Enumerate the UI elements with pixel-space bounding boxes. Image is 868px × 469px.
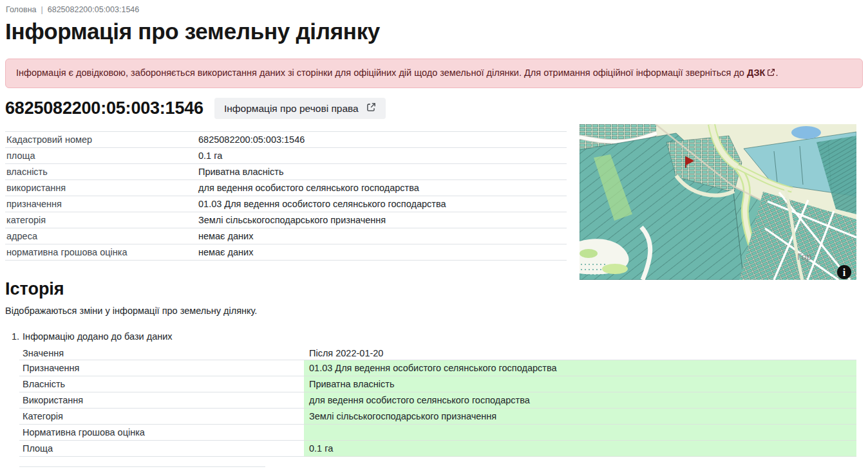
table-row: власністьПриватна власність: [5, 164, 567, 180]
row-value: 6825082200:05:003:1546: [198, 132, 567, 148]
alert-text-end: .: [775, 68, 778, 78]
history-description: Відображаються зміни у інформації про зе…: [5, 306, 868, 316]
row-value: 0.1 га: [304, 440, 856, 456]
row-value: немає даних: [198, 244, 567, 261]
row-value: 01.03 Для ведення особистого селянського…: [198, 196, 567, 212]
cadastral-map[interactable]: Гор i: [580, 124, 856, 280]
page-title: Інформація про земельну ділянку: [5, 20, 868, 44]
info-alert: Інформація є довідковою, забороняється в…: [5, 59, 863, 89]
map-info-button[interactable]: i: [837, 265, 851, 279]
history-table: Значення Після 2022-01-20 Призначення01.…: [19, 346, 856, 457]
row-value: 0.1 га: [198, 148, 567, 164]
section-divider: [19, 466, 265, 467]
row-value: [304, 424, 856, 440]
table-row: площа0.1 га: [5, 148, 567, 164]
history-header-label: Значення: [19, 346, 304, 360]
table-row: нормативна грошова оцінканемає даних: [5, 244, 567, 261]
row-label: використання: [5, 180, 198, 196]
table-row: категоріяЗемлі сільськогосподарського пр…: [5, 212, 567, 228]
row-label: категорія: [5, 212, 198, 228]
external-link-icon: [767, 68, 775, 80]
table-row: ВласністьПриватна власність: [19, 376, 856, 392]
property-rights-button-label: Інформація про речові права: [224, 103, 359, 115]
map-canvas: Гор i: [580, 124, 856, 280]
map-water: [791, 126, 821, 139]
row-label: Призначення: [19, 360, 304, 376]
cadastral-number-heading: 6825082200:05:003:1546: [5, 98, 203, 118]
table-row: Нормативна грошова оцінка: [19, 424, 856, 440]
row-label: Площа: [19, 440, 304, 456]
table-row: адресанемає даних: [5, 228, 567, 244]
history-entry-index: 1.: [12, 331, 19, 342]
table-row: призначення01.03 Для ведення особистого …: [5, 196, 567, 212]
breadcrumb-separator: |: [41, 5, 43, 14]
row-label: площа: [5, 148, 198, 164]
land-parcel-page: Головна | 6825082200:05:003:1546 Інформа…: [0, 0, 868, 469]
map-place-label: Гор: [797, 252, 811, 262]
alert-text: Інформація є довідковою, забороняється в…: [16, 68, 747, 78]
row-value: Землі сільськогосподарського призначення: [198, 212, 567, 228]
row-value: 01.03 Для ведення особистого селянського…: [304, 360, 856, 376]
property-rights-button[interactable]: Інформація про речові права: [214, 98, 386, 119]
row-label: Нормативна грошова оцінка: [19, 424, 304, 440]
dzk-link[interactable]: ДЗК: [747, 68, 775, 78]
history-header-row: Значення Після 2022-01-20: [19, 346, 856, 360]
table-row: Призначення01.03 Для ведення особистого …: [19, 360, 856, 376]
parcel-subheader: 6825082200:05:003:1546 Інформація про ре…: [5, 98, 868, 119]
row-value: Приватна власність: [304, 376, 856, 392]
row-label: нормативна грошова оцінка: [5, 244, 198, 261]
breadcrumb: Головна | 6825082200:05:003:1546: [0, 0, 868, 14]
history-header-value: Після 2022-01-20: [304, 346, 856, 360]
table-row: Кадастровий номер6825082200:05:003:1546: [5, 132, 567, 148]
row-label: власність: [5, 164, 198, 180]
history-entry-title: 1. Інформацію додано до бази даних: [12, 331, 868, 342]
breadcrumb-current: 6825082200:05:003:1546: [48, 5, 140, 14]
row-label: Власність: [19, 376, 304, 392]
table-row: використаннядля ведення особистого селян…: [5, 180, 567, 196]
external-link-icon: [366, 102, 376, 115]
parcel-details-table: Кадастровий номер6825082200:05:003:1546 …: [5, 131, 567, 261]
row-value: Землі сільськогосподарського призначення: [304, 408, 856, 424]
row-label: Використання: [19, 392, 304, 408]
table-row: Площа0.1 га: [19, 440, 856, 456]
row-value: для ведення особистого селянського госпо…: [304, 392, 856, 408]
history-title: Історія: [5, 279, 868, 299]
row-label: Кадастровий номер: [5, 132, 198, 148]
row-value: для ведення особистого селянського госпо…: [198, 180, 567, 196]
info-icon: i: [843, 267, 846, 278]
history-entry: 1. Інформацію додано до бази даних Значе…: [12, 331, 868, 457]
row-label: адреса: [5, 228, 198, 244]
table-row: Використаннядля ведення особистого селян…: [19, 392, 856, 408]
dzk-link-label: ДЗК: [747, 68, 765, 78]
row-value: Приватна власність: [198, 164, 567, 180]
breadcrumb-home-link[interactable]: Головна: [6, 5, 37, 14]
row-label: призначення: [5, 196, 198, 212]
row-value: немає даних: [198, 228, 567, 244]
history-entry-label: Інформацію додано до бази даних: [23, 331, 172, 342]
table-row: КатегоріяЗемлі сільськогосподарського пр…: [19, 408, 856, 424]
row-label: Категорія: [19, 408, 304, 424]
